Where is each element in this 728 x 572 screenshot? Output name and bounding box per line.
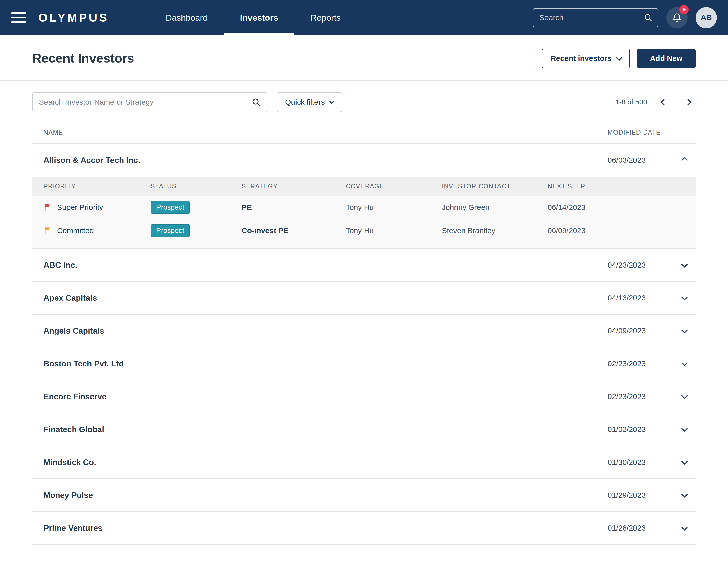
coverage-column-header: COVERAGE (346, 183, 442, 190)
investor-name: Money Pulse (44, 491, 608, 500)
investor-name: Angels Capitals (44, 326, 608, 336)
menu-button[interactable] (11, 12, 26, 23)
flag-icon (44, 203, 52, 212)
modified-date: 02/23/2023 (608, 392, 673, 401)
toolbar: Quick filters 1-8 of 500 (0, 81, 728, 121)
strategy-column-header: STRATEGY (242, 183, 346, 190)
header-actions: Recent investors Add New (542, 49, 696, 68)
priority-label: Committed (57, 226, 94, 235)
investor-name: Finatech Global (44, 425, 608, 434)
priority-label: Super Priority (57, 203, 103, 212)
table-row[interactable]: Apex Capitals 04/13/2023 (32, 282, 696, 314)
chevron-down-icon[interactable] (681, 425, 687, 432)
next-step-column-header: NEXT STEP (548, 183, 696, 190)
investor-name: Prime Ventures (44, 523, 608, 533)
modified-date: 04/13/2023 (608, 294, 673, 302)
investors-table: NAME MODIFIED DATE Allison & Accor Tech … (32, 121, 696, 545)
table-row[interactable]: Angels Capitals 04/09/2023 (32, 314, 696, 347)
contact-column-header: INVESTOR CONTACT (442, 183, 548, 190)
chevron-down-icon (616, 54, 622, 61)
chevron-down-icon[interactable] (681, 491, 687, 497)
next-page-button[interactable] (680, 94, 696, 110)
quick-filters-label: Quick filters (285, 98, 325, 106)
investor-name: Boston Tech Pvt. Ltd (44, 359, 608, 368)
status-column-header: STATUS (151, 183, 242, 190)
search-icon[interactable] (251, 97, 261, 107)
modified-date: 04/09/2023 (608, 327, 673, 335)
coverage-value: Tony Hu (346, 203, 442, 212)
sub-table-row[interactable]: Committed Prospect Co-invest PE Tony Hu … (32, 219, 696, 242)
sub-table-header: PRIORITY STATUS STRATEGY COVERAGE INVEST… (32, 176, 696, 196)
expanded-detail: PRIORITY STATUS STRATEGY COVERAGE INVEST… (32, 176, 696, 249)
top-navbar: OLYMPUS Dashboard Investors Reports 9 AB (0, 0, 728, 35)
nav-investors[interactable]: Investors (224, 0, 295, 35)
modified-date: 06/03/2023 (608, 156, 673, 164)
sub-table-row[interactable]: Super Priority Prospect PE Tony Hu Johnn… (32, 196, 696, 219)
investor-name: Encore Finserve (44, 392, 608, 401)
modified-date: 01/02/2023 (608, 425, 673, 434)
chevron-up-icon[interactable] (681, 157, 687, 163)
investor-name: Apex Capitals (44, 293, 608, 303)
modified-date: 01/29/2023 (608, 491, 673, 499)
investor-search-input[interactable] (39, 98, 251, 106)
table-row[interactable]: ABC Inc. 04/23/2023 (32, 249, 696, 282)
main-content: Recent Investors Recent investors Add Ne… (0, 35, 728, 545)
notifications-button[interactable]: 9 (666, 7, 687, 28)
expanded-row-group: Allison & Accor Tech Inc. 06/03/2023 PRI… (32, 144, 696, 249)
strategy-value: PE (242, 203, 346, 212)
pagination-range: 1-8 of 500 (615, 98, 647, 106)
view-selector-label: Recent investors (551, 54, 612, 63)
olympus-logo: OLYMPUS (38, 11, 109, 24)
chevron-down-icon[interactable] (681, 360, 687, 366)
quick-filters-dropdown[interactable]: Quick filters (276, 92, 342, 112)
strategy-value: Co-invest PE (242, 226, 346, 235)
page-header: Recent Investors Recent investors Add Ne… (0, 35, 728, 80)
table-row[interactable]: Mindstick Co. 01/30/2023 (32, 446, 696, 479)
status-badge: Prospect (151, 224, 190, 237)
modified-date: 01/30/2023 (608, 458, 673, 467)
chevron-down-icon[interactable] (681, 458, 687, 464)
table-row[interactable]: Finatech Global 01/02/2023 (32, 413, 696, 446)
chevron-down-icon[interactable] (681, 392, 687, 399)
chevron-down-icon[interactable] (681, 327, 687, 333)
navbar-right: 9 AB (533, 7, 717, 28)
chevron-down-icon (329, 99, 334, 104)
bell-icon (672, 13, 682, 23)
notification-badge: 9 (679, 5, 689, 14)
next-step-value: 06/09/2023 (548, 226, 696, 235)
table-row[interactable]: Money Pulse 01/29/2023 (32, 479, 696, 512)
view-selector-dropdown[interactable]: Recent investors (542, 49, 630, 68)
next-step-value: 06/14/2023 (548, 203, 696, 212)
search-icon[interactable] (644, 13, 653, 22)
investor-name: ABC Inc. (44, 261, 608, 270)
primary-nav: Dashboard Investors Reports (149, 0, 357, 35)
pagination: 1-8 of 500 (615, 94, 696, 110)
flag-icon (44, 226, 52, 235)
modified-date: 04/23/2023 (608, 261, 673, 269)
global-search-input[interactable] (540, 13, 644, 22)
priority-column-header: PRIORITY (44, 183, 151, 190)
avatar[interactable]: AB (696, 7, 717, 28)
table-row[interactable]: Prime Ventures 01/28/2023 (32, 512, 696, 545)
investor-name: Allison & Accor Tech Inc. (44, 155, 608, 165)
modified-column-header: MODIFIED DATE (608, 129, 696, 136)
chevron-down-icon[interactable] (681, 294, 687, 300)
investor-contact-value: Johnny Green (442, 203, 548, 212)
investor-search (32, 92, 267, 112)
chevron-down-icon[interactable] (681, 524, 687, 530)
table-row[interactable]: Allison & Accor Tech Inc. 06/03/2023 (32, 144, 696, 176)
previous-page-button[interactable] (656, 94, 671, 110)
status-badge: Prospect (151, 201, 190, 214)
table-row[interactable]: Encore Finserve 02/23/2023 (32, 380, 696, 413)
table-header: NAME MODIFIED DATE (32, 121, 696, 144)
add-new-button[interactable]: Add New (637, 49, 696, 68)
nav-dashboard[interactable]: Dashboard (149, 0, 224, 35)
page-title: Recent Investors (32, 51, 134, 66)
modified-date: 01/28/2023 (608, 524, 673, 532)
table-row[interactable]: Boston Tech Pvt. Ltd 02/23/2023 (32, 347, 696, 380)
chevron-down-icon[interactable] (681, 261, 687, 267)
global-search (533, 8, 658, 27)
table-rows: ABC Inc. 04/23/2023 Apex Capitals 04/13/… (32, 249, 696, 545)
investor-name: Mindstick Co. (44, 458, 608, 467)
nav-reports[interactable]: Reports (295, 0, 357, 35)
